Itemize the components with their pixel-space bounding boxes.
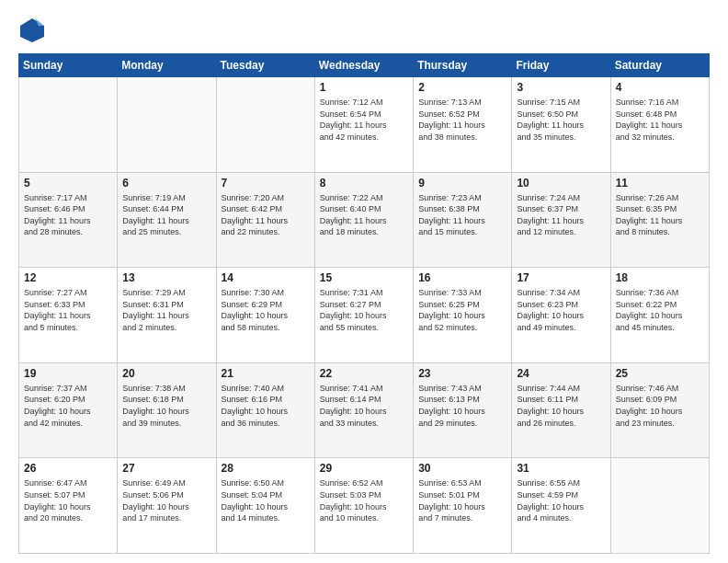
day-number: 6: [122, 177, 210, 190]
calendar-day-cell: 25Sunrise: 7:46 AM Sunset: 6:09 PM Dayli…: [610, 362, 709, 458]
day-number: 13: [122, 271, 210, 284]
calendar-day-cell: 18Sunrise: 7:36 AM Sunset: 6:22 PM Dayli…: [610, 268, 709, 363]
day-number: 22: [320, 367, 408, 380]
day-number: 5: [24, 177, 112, 190]
day-number: 16: [418, 271, 506, 284]
day-info: Sunrise: 6:52 AM Sunset: 5:03 PM Dayligh…: [320, 477, 408, 523]
day-info: Sunrise: 7:41 AM Sunset: 6:14 PM Dayligh…: [320, 383, 408, 429]
day-info: Sunrise: 7:15 AM Sunset: 6:50 PM Dayligh…: [517, 97, 605, 143]
day-number: 19: [24, 367, 112, 380]
day-info: Sunrise: 7:17 AM Sunset: 6:46 PM Dayligh…: [24, 192, 112, 238]
day-info: Sunrise: 7:23 AM Sunset: 6:38 PM Dayligh…: [418, 192, 506, 238]
calendar-day-cell: 29Sunrise: 6:52 AM Sunset: 5:03 PM Dayli…: [314, 458, 413, 554]
day-number: 11: [616, 177, 704, 190]
calendar-day-cell: 2Sunrise: 7:13 AM Sunset: 6:52 PM Daylig…: [414, 77, 512, 173]
calendar-day-cell: 14Sunrise: 7:30 AM Sunset: 6:29 PM Dayli…: [216, 268, 314, 363]
day-info: Sunrise: 7:13 AM Sunset: 6:52 PM Dayligh…: [418, 97, 506, 143]
day-info: Sunrise: 7:16 AM Sunset: 6:48 PM Dayligh…: [616, 97, 704, 143]
day-info: Sunrise: 7:12 AM Sunset: 6:54 PM Dayligh…: [320, 97, 408, 143]
calendar-day-cell: 7Sunrise: 7:20 AM Sunset: 6:42 PM Daylig…: [216, 172, 314, 268]
calendar-day-cell: 22Sunrise: 7:41 AM Sunset: 6:14 PM Dayli…: [314, 362, 413, 458]
day-info: Sunrise: 7:46 AM Sunset: 6:09 PM Dayligh…: [616, 383, 704, 429]
calendar-day-cell: 20Sunrise: 7:38 AM Sunset: 6:18 PM Dayli…: [118, 362, 216, 458]
day-info: Sunrise: 7:34 AM Sunset: 6:23 PM Dayligh…: [517, 287, 605, 333]
weekday-header-sunday: Sunday: [19, 54, 118, 77]
day-info: Sunrise: 7:33 AM Sunset: 6:25 PM Dayligh…: [418, 287, 506, 333]
calendar-day-cell: [19, 77, 118, 173]
calendar-day-cell: 31Sunrise: 6:55 AM Sunset: 4:59 PM Dayli…: [512, 458, 610, 554]
weekday-header-row: SundayMondayTuesdayWednesdayThursdayFrid…: [19, 54, 710, 77]
day-number: 14: [222, 271, 310, 284]
day-number: 23: [418, 367, 506, 380]
calendar-day-cell: 4Sunrise: 7:16 AM Sunset: 6:48 PM Daylig…: [610, 77, 709, 173]
logo: [18, 17, 50, 44]
day-info: Sunrise: 7:30 AM Sunset: 6:29 PM Dayligh…: [222, 287, 310, 333]
day-info: Sunrise: 6:55 AM Sunset: 4:59 PM Dayligh…: [517, 477, 605, 523]
calendar-day-cell: 1Sunrise: 7:12 AM Sunset: 6:54 PM Daylig…: [314, 77, 413, 173]
calendar-day-cell: 3Sunrise: 7:15 AM Sunset: 6:50 PM Daylig…: [512, 77, 610, 173]
day-info: Sunrise: 6:50 AM Sunset: 5:04 PM Dayligh…: [222, 477, 310, 523]
calendar-day-cell: 13Sunrise: 7:29 AM Sunset: 6:31 PM Dayli…: [118, 268, 216, 363]
calendar-day-cell: 8Sunrise: 7:22 AM Sunset: 6:40 PM Daylig…: [314, 172, 413, 268]
calendar-week-row: 19Sunrise: 7:37 AM Sunset: 6:20 PM Dayli…: [19, 362, 710, 458]
calendar-day-cell: 24Sunrise: 7:44 AM Sunset: 6:11 PM Dayli…: [512, 362, 610, 458]
calendar-day-cell: 9Sunrise: 7:23 AM Sunset: 6:38 PM Daylig…: [414, 172, 512, 268]
day-number: 28: [222, 462, 310, 475]
day-number: 3: [517, 81, 605, 94]
day-number: 24: [517, 367, 605, 380]
day-info: Sunrise: 6:49 AM Sunset: 5:06 PM Dayligh…: [122, 477, 210, 523]
calendar-day-cell: 30Sunrise: 6:53 AM Sunset: 5:01 PM Dayli…: [414, 458, 512, 554]
day-info: Sunrise: 7:19 AM Sunset: 6:44 PM Dayligh…: [122, 192, 210, 238]
weekday-header-wednesday: Wednesday: [314, 54, 413, 77]
day-info: Sunrise: 6:47 AM Sunset: 5:07 PM Dayligh…: [24, 477, 112, 523]
day-number: 12: [24, 271, 112, 284]
weekday-header-friday: Friday: [512, 54, 610, 77]
calendar-day-cell: 16Sunrise: 7:33 AM Sunset: 6:25 PM Dayli…: [414, 268, 512, 363]
calendar-day-cell: 11Sunrise: 7:26 AM Sunset: 6:35 PM Dayli…: [610, 172, 709, 268]
weekday-header-thursday: Thursday: [414, 54, 512, 77]
day-number: 7: [222, 177, 310, 190]
day-number: 15: [320, 271, 408, 284]
day-number: 20: [122, 367, 210, 380]
day-number: 29: [320, 462, 408, 475]
calendar-day-cell: [118, 77, 216, 173]
calendar-day-cell: 26Sunrise: 6:47 AM Sunset: 5:07 PM Dayli…: [19, 458, 118, 554]
day-info: Sunrise: 7:31 AM Sunset: 6:27 PM Dayligh…: [320, 287, 408, 333]
calendar-day-cell: [216, 77, 314, 173]
day-info: Sunrise: 7:24 AM Sunset: 6:37 PM Dayligh…: [517, 192, 605, 238]
day-number: 30: [418, 462, 506, 475]
day-number: 31: [517, 462, 605, 475]
day-info: Sunrise: 7:36 AM Sunset: 6:22 PM Dayligh…: [616, 287, 704, 333]
day-info: Sunrise: 7:27 AM Sunset: 6:33 PM Dayligh…: [24, 287, 112, 333]
calendar-week-row: 5Sunrise: 7:17 AM Sunset: 6:46 PM Daylig…: [19, 172, 710, 268]
calendar-day-cell: 6Sunrise: 7:19 AM Sunset: 6:44 PM Daylig…: [118, 172, 216, 268]
calendar-week-row: 1Sunrise: 7:12 AM Sunset: 6:54 PM Daylig…: [19, 77, 710, 173]
calendar-day-cell: 15Sunrise: 7:31 AM Sunset: 6:27 PM Dayli…: [314, 268, 413, 363]
day-number: 27: [122, 462, 210, 475]
weekday-header-tuesday: Tuesday: [216, 54, 314, 77]
day-number: 25: [616, 367, 704, 380]
page: SundayMondayTuesdayWednesdayThursdayFrid…: [0, 0, 728, 563]
calendar-day-cell: 5Sunrise: 7:17 AM Sunset: 6:46 PM Daylig…: [19, 172, 118, 268]
day-number: 1: [320, 81, 408, 94]
day-info: Sunrise: 7:37 AM Sunset: 6:20 PM Dayligh…: [24, 383, 112, 429]
header: [18, 17, 710, 44]
calendar-day-cell: 27Sunrise: 6:49 AM Sunset: 5:06 PM Dayli…: [118, 458, 216, 554]
day-number: 8: [320, 177, 408, 190]
weekday-header-saturday: Saturday: [610, 54, 709, 77]
day-info: Sunrise: 7:20 AM Sunset: 6:42 PM Dayligh…: [222, 192, 310, 238]
day-info: Sunrise: 6:53 AM Sunset: 5:01 PM Dayligh…: [418, 477, 506, 523]
calendar-day-cell: 23Sunrise: 7:43 AM Sunset: 6:13 PM Dayli…: [414, 362, 512, 458]
calendar-day-cell: 28Sunrise: 6:50 AM Sunset: 5:04 PM Dayli…: [216, 458, 314, 554]
calendar-table: SundayMondayTuesdayWednesdayThursdayFrid…: [18, 53, 710, 554]
calendar-day-cell: 19Sunrise: 7:37 AM Sunset: 6:20 PM Dayli…: [19, 362, 118, 458]
calendar-day-cell: 21Sunrise: 7:40 AM Sunset: 6:16 PM Dayli…: [216, 362, 314, 458]
svg-marker-0: [20, 18, 44, 42]
day-info: Sunrise: 7:26 AM Sunset: 6:35 PM Dayligh…: [616, 192, 704, 238]
day-number: 18: [616, 271, 704, 284]
calendar-week-row: 26Sunrise: 6:47 AM Sunset: 5:07 PM Dayli…: [19, 458, 710, 554]
calendar-day-cell: 12Sunrise: 7:27 AM Sunset: 6:33 PM Dayli…: [19, 268, 118, 363]
day-number: 9: [418, 177, 506, 190]
day-number: 10: [517, 177, 605, 190]
day-number: 4: [616, 81, 704, 94]
